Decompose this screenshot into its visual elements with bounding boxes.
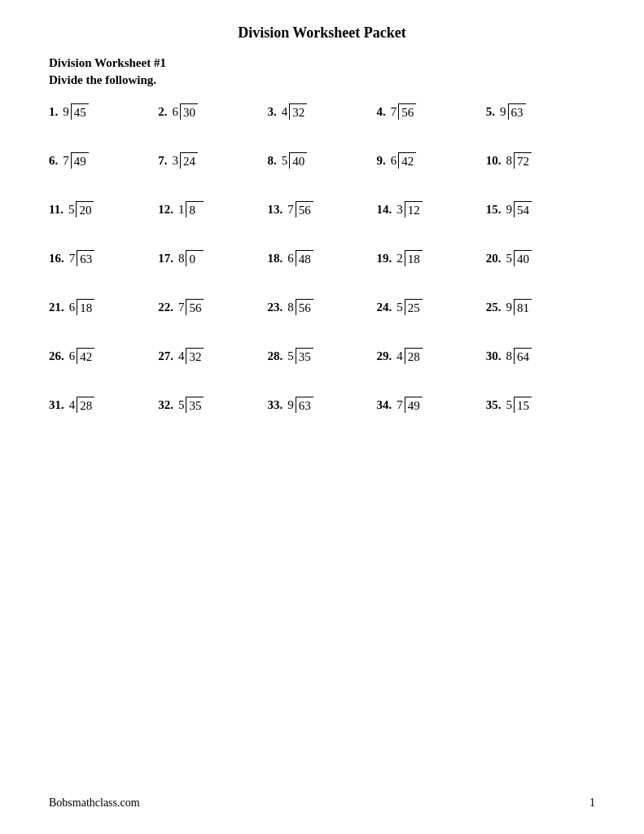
problem-item: 7.324 xyxy=(158,152,267,169)
dividend: 56 xyxy=(296,201,313,217)
dividend: 49 xyxy=(405,397,423,413)
problem-number: 30. xyxy=(486,350,502,364)
problem-number: 20. xyxy=(486,252,502,266)
problem-item: 6.749 xyxy=(49,152,158,169)
dividend-wrap: 18 xyxy=(77,299,94,315)
dividend: 15 xyxy=(514,397,532,413)
dividend: 63 xyxy=(296,397,313,413)
problem-item: 4.756 xyxy=(377,103,486,120)
problem-item: 31.428 xyxy=(49,397,158,413)
problem-number: 21. xyxy=(49,301,64,315)
dividend-wrap: 12 xyxy=(405,201,423,217)
problem-number: 10. xyxy=(486,155,502,169)
divisor: 8 xyxy=(287,301,294,315)
problem-number: 17. xyxy=(158,252,173,266)
divisor: 9 xyxy=(506,204,513,217)
problem-number: 8. xyxy=(267,155,276,169)
dividend: 35 xyxy=(296,348,313,364)
dividend: 12 xyxy=(405,201,423,217)
dividend-wrap: 32 xyxy=(186,348,204,364)
divisor: 8 xyxy=(178,252,185,266)
problem-item: 28.535 xyxy=(267,348,376,364)
problem-number: 9. xyxy=(377,155,386,169)
dividend: 63 xyxy=(77,250,94,266)
problem-item: 10.872 xyxy=(486,152,595,169)
problem-item: 18.648 xyxy=(267,250,376,266)
worksheet-title: Division Worksheet #1 xyxy=(49,56,595,70)
instruction: Divide the following. xyxy=(49,73,595,87)
divisor: 6 xyxy=(69,350,76,364)
problem-number: 22. xyxy=(158,301,173,315)
divisor: 9 xyxy=(287,399,294,413)
dividend: 56 xyxy=(398,103,416,120)
dividend-wrap: 28 xyxy=(405,348,423,364)
divisor: 8 xyxy=(506,350,513,364)
problem-number: 12. xyxy=(158,204,173,217)
dividend-wrap: 24 xyxy=(180,152,198,169)
problem-item: 1.945 xyxy=(49,103,158,120)
dividend: 35 xyxy=(186,397,204,413)
problem-number: 13. xyxy=(267,204,283,217)
dividend: 45 xyxy=(71,103,89,120)
dividend-wrap: 56 xyxy=(296,201,313,217)
problem-number: 19. xyxy=(377,252,392,266)
dividend-wrap: 63 xyxy=(508,103,526,120)
problem-number: 31. xyxy=(49,399,64,413)
dividend: 40 xyxy=(514,250,532,266)
problem-number: 3. xyxy=(267,106,276,120)
problem-number: 32. xyxy=(158,399,173,413)
divisor: 9 xyxy=(500,106,506,120)
divisor: 8 xyxy=(506,155,513,169)
problem-number: 4. xyxy=(377,106,386,120)
divisor: 7 xyxy=(391,106,397,120)
problem-item: 30.864 xyxy=(486,348,595,364)
dividend-wrap: 40 xyxy=(514,250,532,266)
dividend-wrap: 8 xyxy=(186,201,204,217)
divisor: 7 xyxy=(178,301,185,315)
dividend-wrap: 28 xyxy=(77,397,94,413)
problem-item: 15.954 xyxy=(486,201,595,217)
divisor: 1 xyxy=(178,204,185,217)
divisor: 2 xyxy=(396,252,403,266)
divisor: 7 xyxy=(69,252,76,266)
problem-item: 9.642 xyxy=(377,152,486,169)
problem-item: 21.618 xyxy=(49,299,158,315)
divisor: 4 xyxy=(178,350,185,364)
dividend-wrap: 32 xyxy=(289,103,307,120)
dividend: 8 xyxy=(186,201,204,217)
divisor: 5 xyxy=(506,399,513,413)
dividend: 32 xyxy=(289,103,307,120)
problem-item: 11.520 xyxy=(49,201,158,217)
problem-item: 32.535 xyxy=(158,397,267,413)
dividend: 24 xyxy=(180,152,198,169)
dividend: 30 xyxy=(180,103,198,120)
dividend-wrap: 20 xyxy=(76,201,94,217)
problem-number: 15. xyxy=(486,204,502,217)
dividend-wrap: 40 xyxy=(289,152,307,169)
problem-number: 23. xyxy=(267,301,283,315)
divisor: 7 xyxy=(287,204,294,217)
dividend: 49 xyxy=(71,152,89,169)
dividend-wrap: 63 xyxy=(296,397,313,413)
divisor: 7 xyxy=(396,399,403,413)
problem-item: 2.630 xyxy=(158,103,267,120)
problem-number: 24. xyxy=(377,301,392,315)
divisor: 5 xyxy=(68,204,75,217)
dividend-wrap: 35 xyxy=(296,348,313,364)
problem-item: 13.756 xyxy=(267,201,376,217)
dividend-wrap: 35 xyxy=(186,397,204,413)
dividend-wrap: 45 xyxy=(71,103,89,120)
dividend: 20 xyxy=(76,201,94,217)
dividend: 18 xyxy=(405,250,423,266)
problem-item: 3.432 xyxy=(267,103,376,120)
problem-item: 8.540 xyxy=(267,152,376,169)
dividend-wrap: 0 xyxy=(186,250,204,266)
problem-number: 25. xyxy=(486,301,502,315)
divisor: 9 xyxy=(63,106,69,120)
divisor: 3 xyxy=(396,204,403,217)
divisor: 5 xyxy=(282,155,288,169)
footer-page-number: 1 xyxy=(589,797,595,810)
dividend-wrap: 64 xyxy=(514,348,532,364)
problem-item: 14.312 xyxy=(377,201,486,217)
problem-number: 1. xyxy=(49,106,58,120)
